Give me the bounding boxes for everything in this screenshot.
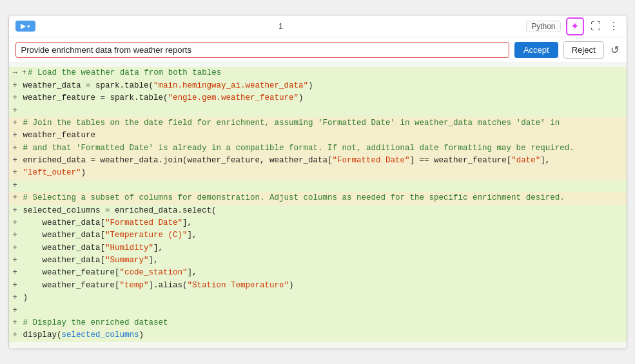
play-icon: ▶ — [21, 22, 26, 30]
line-content: weather_feature["temp"].alias("Station T… — [23, 280, 624, 292]
line-content: weather_feature["code_station"], — [23, 267, 624, 279]
ai-button[interactable]: ✦ — [566, 17, 584, 35]
code-line: + selected_columns = enriched_data.selec… — [9, 205, 627, 217]
line-content: selected_columns = enriched_data.select( — [23, 205, 624, 217]
toolbar-right: Python ✦ ⛶ ⋮ — [526, 17, 620, 35]
line-marker: + — [13, 80, 22, 92]
line-marker: + — [13, 105, 22, 117]
code-line: + # Display the enriched dataset — [9, 317, 627, 329]
line-marker: + — [13, 305, 22, 317]
line-content: weather_data["Humidity"], — [23, 242, 624, 254]
accept-button[interactable]: Accept — [514, 42, 558, 58]
line-marker: + — [13, 192, 22, 204]
ai-sparkle-icon: ✦ — [571, 20, 579, 32]
toolbar-left: ▶ ▾ — [15, 21, 35, 32]
line-marker: + — [13, 242, 22, 254]
line-content: weather_data["Summary"], — [23, 254, 624, 267]
line-content: # Selecting a subset of columns for demo… — [23, 192, 624, 204]
code-line: + weather_feature = spark.table("engie.g… — [9, 92, 627, 104]
line-marker: + — [13, 180, 22, 192]
line-content — [23, 305, 624, 317]
line-content: weather_data["Temperature (C)"], — [23, 229, 624, 242]
line-marker: + — [13, 217, 22, 229]
code-line: + weather_data["Summary"], — [9, 254, 627, 267]
line-marker: + — [13, 254, 22, 267]
run-button[interactable]: ▶ ▾ — [15, 21, 35, 32]
line-content: enriched_data = weather_data.join(weathe… — [23, 155, 624, 167]
line-content: # Display the enriched dataset — [23, 317, 624, 329]
code-line: + # Join the tables on the date field fo… — [9, 117, 627, 129]
line-marker: + — [13, 142, 22, 155]
line-marker: + — [13, 155, 22, 167]
more-options-button[interactable]: ⋮ — [607, 19, 620, 34]
line-content: weather_feature — [23, 129, 624, 142]
cell-toolbar: ▶ ▾ 1 Python ✦ ⛶ ⋮ — [9, 15, 627, 37]
line-marker: + — [13, 92, 22, 104]
line-marker: + — [13, 292, 22, 304]
line-content: weather_data = spark.table("main.hemingw… — [23, 80, 624, 92]
line-marker: + — [13, 167, 22, 179]
line-marker: → + — [13, 67, 27, 79]
reject-button[interactable]: Reject — [563, 41, 604, 59]
language-label: Python — [526, 21, 560, 32]
code-area: → + # Load the weather data from both ta… — [9, 63, 627, 348]
code-line: + # Selecting a subset of columns for de… — [9, 192, 627, 204]
line-content: # and that 'Formatted Date' is already i… — [23, 142, 624, 155]
line-marker: + — [13, 267, 22, 279]
code-line: + display(selected_columns) — [9, 329, 627, 341]
code-line: + weather_feature["temp"].alias("Station… — [9, 280, 627, 292]
line-content: ) — [23, 292, 624, 304]
code-line: + — [9, 180, 627, 192]
code-line: + weather_data["Temperature (C)"], — [9, 229, 627, 242]
code-line: → + # Load the weather data from both ta… — [9, 67, 627, 79]
code-line: + weather_data = spark.table("main.hemin… — [9, 80, 627, 92]
code-line: + ) — [9, 292, 627, 304]
line-marker: + — [13, 317, 22, 329]
code-line: + — [9, 305, 627, 317]
line-content: # Load the weather data from both tables — [28, 67, 623, 79]
notebook-cell: ▶ ▾ 1 Python ✦ ⛶ ⋮ Accept Reject ↺ → + — [8, 15, 627, 349]
line-marker: + — [13, 129, 22, 142]
line-marker: + — [13, 329, 22, 341]
dropdown-arrow-icon: ▾ — [27, 23, 30, 30]
line-content: display(selected_columns) — [23, 329, 624, 341]
code-line: + weather_data["Formatted Date"], — [9, 217, 627, 229]
code-line: + — [9, 105, 627, 117]
code-line: + enriched_data = weather_data.join(weat… — [9, 155, 627, 167]
refresh-button[interactable]: ↺ — [609, 43, 620, 57]
line-marker: + — [13, 229, 22, 242]
code-line: + weather_feature["code_station"], — [9, 267, 627, 279]
line-content — [23, 105, 624, 117]
line-content: "left_outer") — [23, 167, 624, 179]
line-content: weather_data["Formatted Date"], — [23, 217, 624, 229]
expand-icon: ⛶ — [591, 21, 601, 32]
prompt-input[interactable] — [15, 42, 509, 58]
line-marker: + — [13, 280, 22, 292]
line-content: weather_feature = spark.table("engie.gem… — [23, 92, 624, 104]
code-line: + "left_outer") — [9, 167, 627, 179]
line-marker: + — [13, 117, 22, 129]
cell-number: 1 — [278, 21, 283, 31]
code-line: + # and that 'Formatted Date' is already… — [9, 142, 627, 155]
line-marker: + — [13, 205, 22, 217]
more-icon: ⋮ — [609, 20, 619, 32]
prompt-bar: Accept Reject ↺ — [9, 37, 627, 63]
code-line: + weather_feature — [9, 129, 627, 142]
line-content: # Join the tables on the date field for … — [23, 117, 624, 129]
expand-button[interactable]: ⛶ — [589, 19, 602, 34]
code-line: + weather_data["Humidity"], — [9, 242, 627, 254]
line-content — [23, 180, 624, 192]
